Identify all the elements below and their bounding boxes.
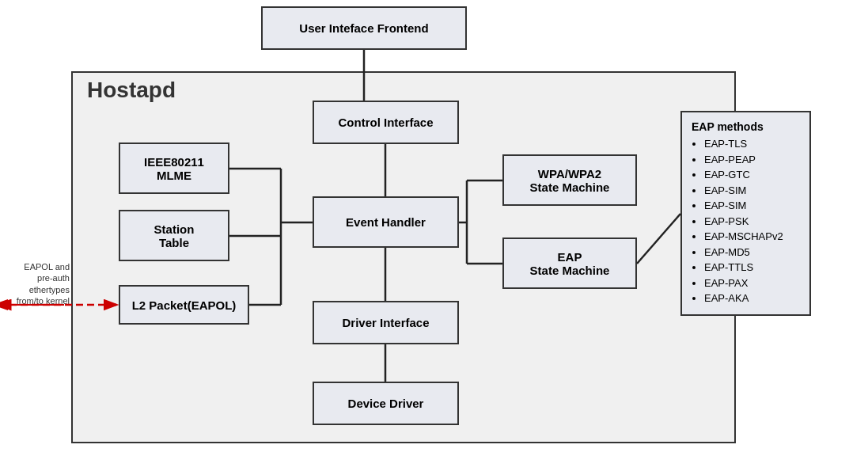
list-item: EAP-SIM: [704, 198, 800, 214]
ieee-box: IEEE80211MLME: [119, 142, 229, 194]
wpa-state-machine-box: WPA/WPA2State Machine: [502, 154, 637, 206]
event-handler-box: Event Handler: [313, 196, 459, 248]
list-item: EAP-AKA: [704, 291, 800, 306]
l2-packet-box: L2 Packet(EAPOL): [119, 285, 249, 325]
driver-interface-box: Driver Interface: [313, 301, 459, 344]
list-item: EAP-PAX: [704, 276, 800, 291]
eap-methods-box: EAP methods EAP-TLS EAP-PEAP EAP-GTC EAP…: [680, 111, 811, 316]
station-table-box: StationTable: [119, 210, 229, 261]
eap-state-machine-box: EAPState Machine: [502, 238, 637, 289]
l2-packet-label: L2 Packet(EAPOL): [132, 298, 237, 312]
eapol-text: EAPOL andpre-authethertypesfrom/to kerne…: [17, 262, 70, 306]
list-item: EAP-TTLS: [704, 260, 800, 276]
device-driver-box: Device Driver: [313, 382, 459, 425]
list-item: EAP-TLS: [704, 136, 800, 152]
control-interface-label: Control Interface: [338, 116, 433, 129]
diagram-container: User Inteface Frontend Hostapd IEEE80211…: [0, 0, 868, 456]
list-item: EAP-MD5: [704, 245, 800, 260]
list-item: EAP-SIM: [704, 183, 800, 199]
eap-methods-list: EAP-TLS EAP-PEAP EAP-GTC EAP-SIM EAP-SIM…: [692, 136, 800, 306]
wpa-label: WPA/WPA2State Machine: [530, 167, 610, 194]
list-item: EAP-PEAP: [704, 152, 800, 168]
event-handler-label: Event Handler: [346, 215, 426, 229]
user-frontend-box: User Inteface Frontend: [261, 6, 467, 50]
eap-label: EAPState Machine: [530, 250, 610, 277]
hostapd-label: Hostapd: [87, 78, 176, 103]
station-table-label: StationTable: [154, 222, 195, 249]
driver-interface-label: Driver Interface: [342, 316, 429, 329]
user-frontend-label: User Inteface Frontend: [299, 21, 428, 35]
eapol-label: EAPOL andpre-authethertypesfrom/to kerne…: [0, 261, 70, 306]
list-item: EAP-PSK: [704, 214, 800, 230]
device-driver-label: Device Driver: [348, 397, 424, 410]
list-item: EAP-GTC: [704, 167, 800, 183]
list-item: EAP-MSCHAPv2: [704, 229, 800, 245]
eap-methods-title: EAP methods: [692, 120, 800, 133]
control-interface-box: Control Interface: [313, 101, 459, 144]
ieee-label: IEEE80211MLME: [144, 155, 204, 182]
